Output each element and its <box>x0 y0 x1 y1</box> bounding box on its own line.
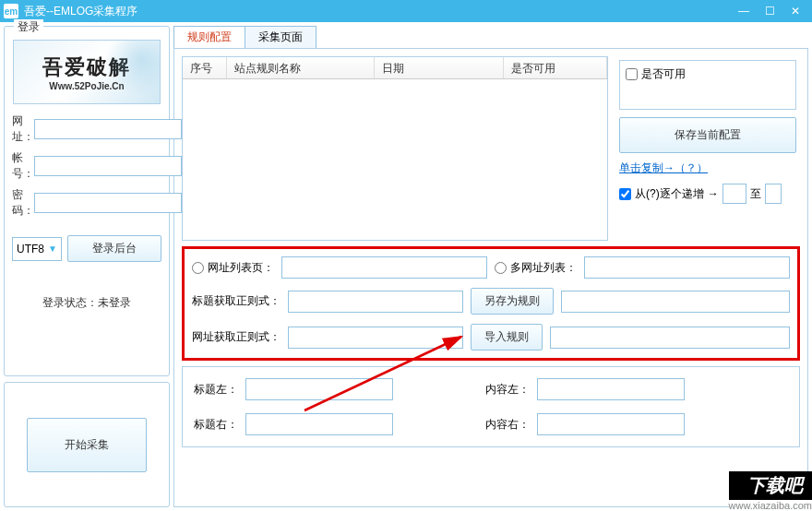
title-right-label: 标题右： <box>194 417 240 433</box>
close-button[interactable]: ✕ <box>782 1 808 21</box>
content-right-input[interactable] <box>537 413 685 435</box>
table-header: 序号 站点规则名称 日期 是否可用 <box>183 57 607 79</box>
content-left-label: 内容左： <box>485 382 531 398</box>
tab-bar: 规则配置 采集页面 <box>173 26 808 48</box>
start-panel: 开始采集 <box>4 382 170 507</box>
list-page-input[interactable] <box>281 256 487 279</box>
tab-rule-config[interactable]: 规则配置 <box>173 26 245 48</box>
enabled-checkbox-text: 是否可用 <box>641 66 686 82</box>
title-left-label: 标题左： <box>194 382 240 398</box>
side-controls: 是否可用 保存当前配置 单击复制→（？） 从(?)逐个递增 → 至 <box>615 56 800 241</box>
import-rule-button[interactable]: 导入规则 <box>471 324 543 351</box>
content-left-input[interactable] <box>537 378 685 400</box>
increment-to-input[interactable] <box>765 184 782 204</box>
increment-checkbox[interactable] <box>619 188 631 200</box>
content-right-label: 内容右： <box>485 417 531 433</box>
radio-list-page[interactable] <box>192 262 204 274</box>
copy-link[interactable]: 单击复制→（？） <box>619 160 796 176</box>
minimize-button[interactable]: — <box>731 1 757 21</box>
titlebar: em 吾爱--EMLOG采集程序 — ☐ ✕ <box>0 0 812 22</box>
enabled-box: 是否可用 <box>619 60 796 110</box>
enabled-checkbox[interactable] <box>626 68 638 80</box>
col-seq[interactable]: 序号 <box>183 57 227 78</box>
start-collect-button[interactable]: 开始采集 <box>27 418 147 472</box>
rules-table[interactable]: 序号 站点规则名称 日期 是否可用 <box>182 56 608 241</box>
multi-list-input[interactable] <box>584 256 790 279</box>
maximize-button[interactable]: ☐ <box>757 1 782 21</box>
title-regex-input[interactable] <box>288 291 463 313</box>
increment-checkbox-text: 从(?)逐个递增 <box>635 186 704 202</box>
enabled-checkbox-label[interactable]: 是否可用 <box>626 66 790 82</box>
increment-from-input[interactable] <box>722 184 746 204</box>
login-panel: 登录 吾爱破解 Www.52PoJie.Cn 网址： 帐号： 密码： UTF8 … <box>4 26 170 376</box>
login-status-label: 登录状态： <box>42 296 98 309</box>
window-buttons: — ☐ ✕ <box>731 1 808 21</box>
extra-input-1[interactable] <box>561 291 790 313</box>
login-status-value: 未登录 <box>98 296 131 309</box>
radio-list-page-label: 网址列表页： <box>208 260 274 276</box>
title-regex-label: 标题获取正则式： <box>192 293 281 309</box>
app-icon: em <box>4 4 18 18</box>
extra-input-2[interactable] <box>550 327 790 349</box>
title-right-input[interactable] <box>245 413 393 435</box>
boundary-section: 标题左： 内容左： 标题右： 内容右： <box>182 366 800 447</box>
radio-multi-list[interactable] <box>495 262 507 274</box>
to-label: 至 <box>750 186 761 202</box>
dropdown-arrow-icon: ▼ <box>48 244 57 254</box>
account-input[interactable] <box>34 156 182 176</box>
encoding-dropdown[interactable]: UTF8 ▼ <box>12 237 62 261</box>
login-legend: 登录 <box>14 19 43 35</box>
arrow-icon: → <box>708 187 719 200</box>
window-title: 吾爱--EMLOG采集程序 <box>24 4 731 19</box>
encoding-value: UTF8 <box>17 243 44 256</box>
url-input[interactable] <box>34 119 182 139</box>
account-label: 帐号： <box>12 150 34 182</box>
logo-text-url: Www.52PoJie.Cn <box>49 81 124 91</box>
login-button[interactable]: 登录后台 <box>67 235 161 262</box>
logo-image: 吾爱破解 Www.52PoJie.Cn <box>13 40 161 104</box>
increment-row: 从(?)逐个递增 → 至 <box>619 184 796 204</box>
highlighted-rules-frame: 网址列表页： 多网址列表： 标题获取正则式： 另存为规则 网址获 <box>182 246 800 361</box>
url-label: 网址： <box>12 113 34 145</box>
col-enabled[interactable]: 是否可用 <box>504 57 607 78</box>
save-config-button[interactable]: 保存当前配置 <box>619 117 796 153</box>
tab-collect-page[interactable]: 采集页面 <box>245 26 316 48</box>
radio-multi-list-label: 多网址列表： <box>510 260 577 276</box>
save-as-rule-button[interactable]: 另存为规则 <box>471 288 554 315</box>
col-rule-name[interactable]: 站点规则名称 <box>227 57 375 78</box>
url-regex-label: 网址获取正则式： <box>192 329 281 345</box>
logo-text-main: 吾爱破解 <box>42 53 131 81</box>
col-date[interactable]: 日期 <box>375 57 504 78</box>
increment-checkbox-label[interactable]: 从(?)逐个递增 <box>619 186 704 202</box>
url-regex-input[interactable] <box>288 327 463 349</box>
password-input[interactable] <box>34 193 182 213</box>
title-left-input[interactable] <box>245 378 393 400</box>
password-label: 密码： <box>12 187 34 219</box>
